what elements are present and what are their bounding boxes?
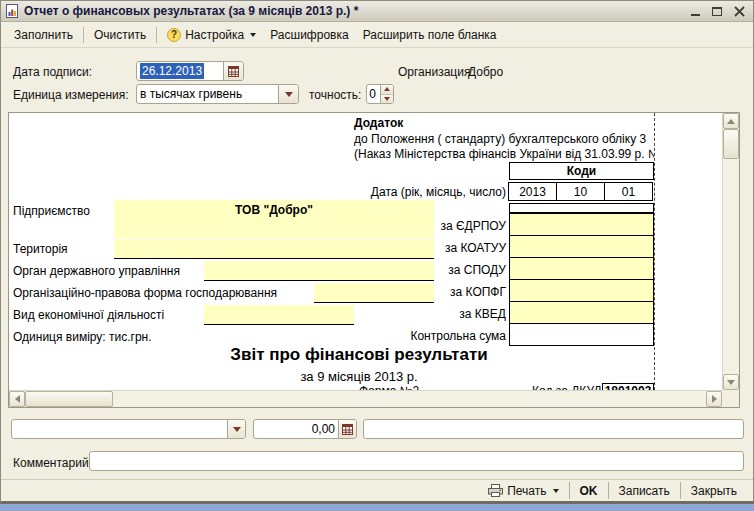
code-cell-kopfg[interactable] xyxy=(509,279,654,302)
appendix-title: Додаток xyxy=(354,116,403,130)
dkud-label: Код за ДКУД xyxy=(532,384,602,390)
calendar-icon xyxy=(228,66,239,77)
code-cell-spodu[interactable] xyxy=(509,257,654,280)
decode-button[interactable]: Расшифровка xyxy=(263,25,355,45)
v-scroll-thumb[interactable] xyxy=(723,129,739,159)
form-label: Форма №2 xyxy=(359,384,419,390)
spin-up-button[interactable] xyxy=(381,85,393,95)
background-strip xyxy=(0,504,754,511)
scroll-right-button[interactable] xyxy=(706,391,722,407)
date-cell-day[interactable]: 01 xyxy=(604,182,653,201)
date-cell-month[interactable]: 10 xyxy=(556,182,605,201)
blank-code-strip xyxy=(509,203,654,213)
fill-button-label: Заполнить xyxy=(14,28,73,42)
code-label: за КВЕД xyxy=(339,307,506,321)
comment-label: Комментарий: xyxy=(13,456,92,470)
spin-down-button[interactable] xyxy=(381,95,393,104)
toolbar: Заполнить Очистить ? Настройка Расшифров… xyxy=(1,22,753,48)
amount-value[interactable]: 0,00 xyxy=(254,420,338,438)
settings-button-label: Настройка xyxy=(185,28,244,42)
close-window-button[interactable]: Закрыть xyxy=(683,482,745,500)
unit-dropdown-button[interactable] xyxy=(278,85,298,103)
doc-row-label: Підприємство xyxy=(13,204,90,218)
scroll-down-button[interactable] xyxy=(723,374,739,390)
code-cell-edrpou[interactable] xyxy=(509,213,654,236)
doc-row-label: Організаційно-правова форма господарюван… xyxy=(13,286,277,300)
doc-row-label: Вид економічної діяльності xyxy=(13,308,164,322)
document-area: Додаток до Положення ( стандарту) бухгал… xyxy=(8,112,740,408)
footer-dropdown-button[interactable] xyxy=(227,420,245,438)
doc-row-field-gov-body[interactable] xyxy=(204,261,434,281)
expand-blank-button-label: Расширить поле бланка xyxy=(363,28,497,42)
comment-input[interactable] xyxy=(89,451,744,471)
unit-label: Единица измерения: xyxy=(13,88,129,102)
doc-row-label: Одиниця виміру: тис.грн. xyxy=(13,330,152,344)
fill-button[interactable]: Заполнить xyxy=(7,25,80,45)
calculator-button[interactable] xyxy=(338,420,356,438)
chevron-down-icon xyxy=(553,489,559,493)
sign-date-input[interactable]: 26.12.2013 xyxy=(136,61,244,81)
settings-button[interactable]: ? Настройка xyxy=(160,25,263,45)
ok-button[interactable]: OK xyxy=(572,482,606,500)
save-button[interactable]: Записать xyxy=(611,482,678,500)
dropdown-arrow-icon xyxy=(285,92,293,97)
print-button[interactable]: Печать xyxy=(480,482,566,500)
button-separator xyxy=(608,482,609,499)
expand-blank-button[interactable]: Расширить поле бланка xyxy=(356,25,504,45)
code-cell-koatuu[interactable] xyxy=(509,235,654,258)
printer-icon xyxy=(488,484,503,497)
amount-input[interactable]: 0,00 xyxy=(253,419,357,439)
button-separator xyxy=(680,482,681,499)
sign-date-label: Дата подписи: xyxy=(13,65,92,79)
doc-row-field-territory[interactable] xyxy=(114,239,434,259)
v-scroll-track[interactable] xyxy=(723,159,739,374)
precision-label: точность: xyxy=(309,88,361,102)
precision-spinner[interactable]: 0 xyxy=(366,84,394,104)
code-label: Контрольна сума xyxy=(339,329,506,343)
footer-select-value xyxy=(12,420,227,438)
clear-button[interactable]: Очистить xyxy=(87,25,153,45)
toolbar-separator xyxy=(83,27,84,43)
maximize-button[interactable] xyxy=(712,7,722,16)
scroll-left-button[interactable] xyxy=(9,391,25,407)
unit-select-value: в тысячах гривень xyxy=(137,85,278,103)
minimize-button[interactable] xyxy=(691,14,700,16)
sign-date-value[interactable]: 26.12.2013 xyxy=(140,63,204,79)
precision-value[interactable]: 0 xyxy=(367,85,380,103)
codes-table-header: Коди xyxy=(509,162,654,180)
h-scroll-track[interactable] xyxy=(113,391,706,407)
date-cell-year[interactable]: 2013 xyxy=(508,182,557,201)
calculator-icon xyxy=(342,424,353,435)
close-button[interactable] xyxy=(734,6,745,17)
titlebar: Отчет о финансовых результатах (за 9 міс… xyxy=(1,1,753,22)
h-scroll-thumb[interactable] xyxy=(25,391,113,407)
spin-up-icon xyxy=(384,87,390,91)
scroll-up-button[interactable] xyxy=(723,113,739,129)
doc-row-field-legal-form[interactable] xyxy=(314,283,434,303)
document-canvas: Додаток до Положення ( стандарту) бухгал… xyxy=(9,113,722,390)
chevron-down-icon xyxy=(250,33,256,37)
appendix-line1: до Положення ( стандарту) бухгалтерськог… xyxy=(354,132,646,146)
extra-input[interactable] xyxy=(363,419,744,439)
comment-value xyxy=(90,452,743,470)
code-cell-checksum[interactable] xyxy=(509,323,654,346)
scroll-down-icon xyxy=(727,380,735,385)
doc-row-field-activity[interactable] xyxy=(204,305,354,325)
doc-row-label: Територія xyxy=(13,242,68,256)
clear-button-label: Очистить xyxy=(94,28,146,42)
date-picker-button[interactable] xyxy=(223,62,243,80)
report-subtitle: за 9 місяців 2013 р. xyxy=(9,369,709,384)
report-window: Отчет о финансовых результатах (за 9 міс… xyxy=(0,0,754,504)
dropdown-arrow-icon xyxy=(233,427,241,432)
unit-select[interactable]: в тысячах гривень xyxy=(136,84,299,104)
footer-select[interactable] xyxy=(11,419,246,439)
doc-row-field-enterprise[interactable]: ТОВ "Добро" xyxy=(114,200,434,238)
report-icon xyxy=(5,4,19,18)
spin-down-icon xyxy=(384,97,390,101)
scroll-left-icon xyxy=(15,395,20,403)
date-row-label: Дата (рік, місяць, число) xyxy=(339,185,506,199)
dkud-cell[interactable]: 1801003 xyxy=(602,383,654,390)
code-cell-kved[interactable] xyxy=(509,301,654,324)
h-scrollbar[interactable] xyxy=(9,390,722,407)
v-scrollbar[interactable] xyxy=(722,113,739,390)
